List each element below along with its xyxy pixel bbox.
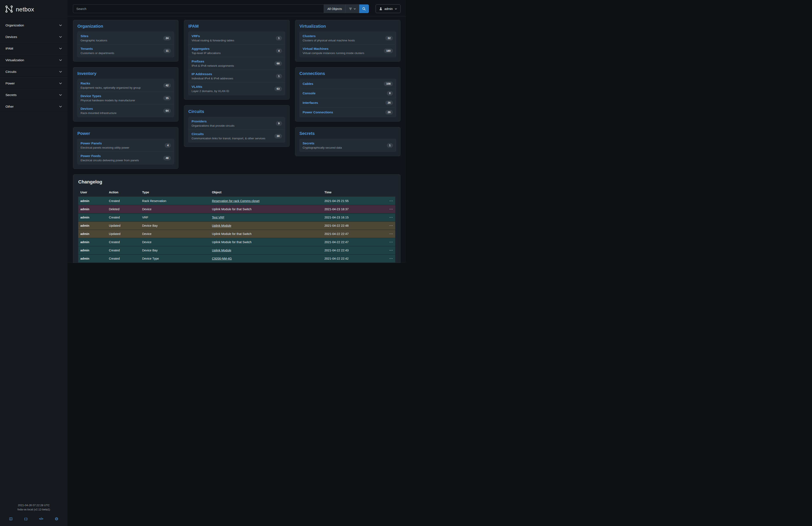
sidebar-item-circuits[interactable]: Circuits (0, 66, 68, 78)
changelog-row: adminUpdatedDevice BayUplink Module2021-… (78, 222, 395, 230)
item-link-interfaces[interactable]: Interfaces (303, 101, 318, 104)
col-header-action: Action (107, 188, 140, 197)
search-input[interactable] (73, 4, 324, 13)
cell-action: Created (107, 246, 140, 255)
item-link-vlans[interactable]: VLANs (191, 85, 202, 88)
item-link-ip-addresses[interactable]: IP Addresses (191, 72, 212, 76)
card-list: VRFsVirtual routing & forwarding tables1… (188, 32, 285, 95)
dashboard-link-vlans[interactable]: VLANsLayer 2 domains, by VLAN ID63 (189, 82, 285, 95)
sidebar: netbox OrganizationDevicesIPAMVirtualiza… (0, 0, 68, 263)
count-badge: 15 (163, 96, 171, 100)
card-circuits: CircuitsProvidersOrganizations that prov… (184, 105, 289, 147)
dashboard-link-device-types[interactable]: Device TypesPhysical hardware models by … (77, 91, 174, 104)
item-link-virtual-machines[interactable]: Virtual Machines (303, 47, 329, 51)
dashboard-link-interfaces[interactable]: Interfaces26 (300, 98, 396, 108)
cell-object: Test VRF (210, 213, 322, 222)
dashboard-link-cables[interactable]: Cables108 (300, 79, 396, 88)
changelog-object-link[interactable]: Uplink Module (212, 248, 231, 252)
user-label: admin (385, 7, 393, 11)
dashboard-link-circuits[interactable]: CircuitsCommunication links for transit,… (189, 130, 285, 142)
row-actions-button[interactable]: ··· (390, 216, 393, 219)
dashboard-link-tenants[interactable]: TenantsCustomers or departments11 (77, 44, 174, 57)
item-link-cables[interactable]: Cables (303, 82, 314, 85)
item-text: ClustersClusters of physical virtual mac… (303, 34, 355, 42)
sidebar-item-organization[interactable]: Organization (0, 19, 68, 31)
item-description: Geographic locations (81, 39, 107, 42)
item-link-power-panels[interactable]: Power Panels (81, 141, 102, 145)
row-actions-button[interactable]: ··· (390, 257, 393, 260)
dashboard-link-devices[interactable]: DevicesRack-mounted infrastructure64 (77, 104, 174, 117)
changelog-object-link[interactable]: C9200-NM-4G (212, 257, 232, 260)
row-actions-button[interactable]: ··· (390, 199, 393, 203)
row-actions-button[interactable]: ··· (390, 240, 393, 244)
sidebar-item-ipam[interactable]: IPAM (0, 43, 68, 55)
count-badge: 24 (163, 36, 171, 41)
user-menu-button[interactable]: admin (376, 4, 401, 13)
cell-object: Uplink Module for that Switch (210, 230, 322, 238)
item-link-sites[interactable]: Sites (81, 34, 88, 38)
chevron-down-icon (59, 48, 62, 49)
card-list: SitesGeographic locations24TenantsCustom… (77, 32, 174, 57)
sidebar-nav: OrganizationDevicesIPAMVirtualizationCir… (0, 19, 68, 113)
item-link-power-feeds[interactable]: Power Feeds (81, 154, 101, 158)
item-link-secrets[interactable]: Secrets (303, 141, 315, 145)
row-actions-button[interactable]: ··· (390, 248, 393, 252)
dashboard-link-vrfs[interactable]: VRFsVirtual routing & forwarding tables1 (189, 32, 285, 44)
cell-user: admin (78, 197, 107, 205)
dashboard-link-prefixes[interactable]: PrefixesIPv4 & IPv6 network assignments6… (189, 57, 285, 70)
count-badge: 26 (385, 110, 393, 115)
item-text: CircuitsCommunication links for transit,… (191, 132, 265, 140)
row-actions-button[interactable]: ··· (390, 208, 393, 211)
sidebar-item-other[interactable]: Other (0, 101, 68, 113)
dashboard-link-power-connections[interactable]: Power Connections26 (300, 108, 396, 117)
dashboard-link-power-panels[interactable]: Power PanelsElectrical panels receiving … (77, 139, 174, 152)
item-link-devices[interactable]: Devices (81, 107, 93, 110)
item-link-console[interactable]: Console (303, 91, 316, 95)
dashboard-link-clusters[interactable]: ClustersClusters of physical virtual mac… (300, 32, 396, 44)
item-link-vrfs[interactable]: VRFs (191, 34, 200, 38)
dashboard-link-ip-addresses[interactable]: IP AddressesIndividual IPv4 & IPv6 addre… (189, 70, 285, 82)
item-link-tenants[interactable]: Tenants (81, 47, 93, 51)
dashboard-link-power-feeds[interactable]: Power FeedsElectrical circuits deliverin… (77, 152, 174, 164)
cell-user: admin (78, 246, 107, 255)
chevron-down-icon (59, 106, 62, 108)
filter-dropdown-button[interactable] (346, 4, 359, 13)
sidebar-item-virtualization[interactable]: Virtualization (0, 55, 68, 66)
row-actions-button[interactable]: ··· (390, 224, 393, 227)
dashboard-link-aggregates[interactable]: AggregatesTop-level IP allocations4 (189, 44, 285, 57)
sidebar-item-label: IPAM (5, 47, 13, 51)
brand-home-link[interactable]: netbox (0, 0, 68, 19)
count-badge: 64 (163, 109, 171, 113)
changelog-object-link[interactable]: Uplink Module (212, 224, 231, 227)
item-link-aggregates[interactable]: Aggregates (191, 47, 209, 51)
item-link-prefixes[interactable]: Prefixes (191, 59, 204, 63)
item-link-device-types[interactable]: Device Types (81, 94, 101, 98)
changelog-object-link[interactable]: Test VRF (212, 216, 224, 219)
card-title-power: Power (77, 131, 174, 136)
dashboard-link-providers[interactable]: ProvidersOrganizations that provide circ… (189, 117, 285, 130)
changelog-object-link[interactable]: Reservation for rack Comms closet (212, 199, 260, 203)
sidebar-item-power[interactable]: Power (0, 78, 68, 89)
object-type-button[interactable]: All Objects (324, 4, 346, 13)
item-description: Electrical circuits delivering power fro… (81, 159, 139, 162)
search-submit-button[interactable] (359, 4, 369, 13)
cell-user: admin (78, 213, 107, 222)
changelog-object-text: Uplink Module for that Switch (212, 208, 251, 211)
item-link-clusters[interactable]: Clusters (303, 34, 316, 38)
sidebar-item-devices[interactable]: Devices (0, 31, 68, 43)
dashboard-link-racks[interactable]: RacksEquipment racks, optionally organiz… (77, 79, 174, 91)
row-actions-button[interactable]: ··· (390, 232, 393, 236)
item-link-circuits[interactable]: Circuits (191, 132, 204, 136)
dashboard-link-secrets[interactable]: SecretsCryptographically secured data1 (300, 139, 396, 152)
dashboard-link-sites[interactable]: SitesGeographic locations24 (77, 32, 174, 44)
sidebar-item-secrets[interactable]: Secrets (0, 89, 68, 101)
card-inventory: InventoryRacksEquipment racks, optionall… (73, 67, 178, 122)
cell-time: 2021-04-23 18:37 (322, 205, 382, 213)
card-title-circuits: Circuits (188, 109, 285, 114)
item-link-racks[interactable]: Racks (81, 82, 90, 85)
dashboard-link-console[interactable]: Console0 (300, 88, 396, 98)
item-link-power-connections[interactable]: Power Connections (303, 110, 333, 114)
item-link-providers[interactable]: Providers (191, 119, 207, 123)
dashboard-link-virtual-machines[interactable]: Virtual MachinesVirtual compute instance… (300, 44, 396, 57)
cell-object: Uplink Module for that Switch (210, 238, 322, 246)
